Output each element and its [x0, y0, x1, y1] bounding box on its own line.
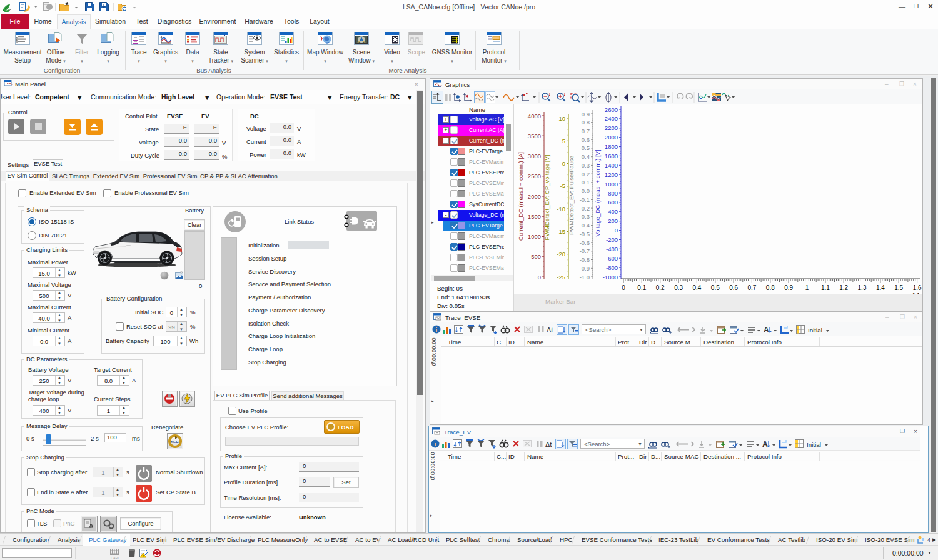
svg-text:Δt: Δt [545, 441, 552, 448]
svg-text:i: i [435, 441, 436, 448]
svg-text:Initial: Initial [807, 441, 821, 448]
svg-text:A: A [762, 440, 768, 449]
svg-text:CAPL: CAPL [111, 556, 119, 560]
